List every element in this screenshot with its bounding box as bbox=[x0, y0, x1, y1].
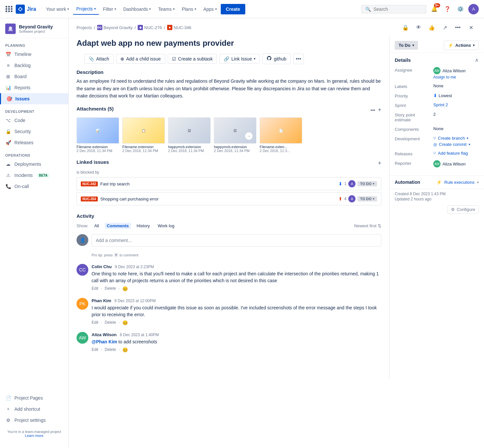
more-options-button[interactable]: ••• bbox=[453, 22, 463, 33]
status-badge[interactable]: TO DO ▾ bbox=[357, 181, 377, 186]
sidebar-item-reports[interactable]: 📊 Reports bbox=[0, 82, 68, 93]
detail-components: Components None bbox=[395, 126, 479, 132]
list-item[interactable]: 🖼 happymcb.extension 2 Dec 2018, 11:34 P… bbox=[168, 117, 211, 153]
nav-projects[interactable]: Projects ▾ bbox=[73, 4, 99, 15]
search-input[interactable] bbox=[373, 7, 419, 12]
close-button[interactable]: ✕ bbox=[466, 22, 476, 33]
parent-issue-icon: ◆ bbox=[138, 25, 143, 30]
sprint-link[interactable]: Sprint 2 bbox=[433, 102, 479, 107]
list-item[interactable]: 📄 Filename.exten... 2 Dec 2018, 11:3... bbox=[260, 117, 302, 153]
help-button[interactable]: ❓ bbox=[442, 4, 453, 14]
attach-button[interactable]: 📎 Attach bbox=[84, 54, 113, 64]
status-button[interactable]: To Do ▾ bbox=[395, 41, 418, 50]
toolbar-more-button[interactable]: ••• bbox=[293, 54, 304, 64]
filter-comments[interactable]: Comments bbox=[105, 223, 131, 229]
breadcrumb-parent[interactable]: ◆ NUC-276 bbox=[138, 25, 162, 30]
nav-plans[interactable]: Plans ▾ bbox=[179, 4, 199, 14]
sidebar-item-project-settings[interactable]: ⚙ Project settings bbox=[0, 415, 68, 426]
sort-icon: ⇅ bbox=[378, 223, 381, 228]
nav-your-work[interactable]: Your work ▾ bbox=[43, 4, 72, 14]
issue-tag[interactable]: NUC-342 bbox=[81, 181, 98, 186]
chevron-down-icon: ▾ bbox=[114, 7, 116, 11]
create-button[interactable]: Create bbox=[221, 4, 246, 14]
breadcrumb: Projects / BG Beyond Gravity / ◆ NUC-276… bbox=[69, 18, 484, 35]
sidebar-item-project-pages[interactable]: 📄 Project Pages bbox=[0, 392, 68, 404]
filter-all[interactable]: All bbox=[92, 223, 101, 229]
github-icon bbox=[267, 56, 272, 62]
security-icon: 🔒 bbox=[5, 129, 11, 134]
lightning-icon: ⚡ bbox=[436, 180, 442, 185]
notification-button[interactable]: 🔔 9+ bbox=[429, 4, 440, 14]
list-item[interactable]: 📊 Filename.extension 2 Dec 2018, 11:34 P… bbox=[77, 117, 119, 153]
add-child-issue-button[interactable]: ⊕ Add a child issue bbox=[116, 54, 165, 64]
sidebar-item-deployments[interactable]: ☁ Deployments bbox=[0, 159, 68, 170]
lock-button[interactable]: 🔒 bbox=[400, 22, 411, 33]
filter-history[interactable]: History bbox=[135, 223, 152, 229]
add-linked-issue-button[interactable]: + bbox=[378, 160, 381, 167]
jira-logo[interactable]: Jira bbox=[16, 5, 36, 14]
sidebar-item-backlog[interactable]: ≡ Backlog bbox=[0, 60, 68, 71]
breadcrumb-projects[interactable]: Projects bbox=[77, 25, 92, 30]
react-button[interactable]: 😊 bbox=[122, 347, 128, 353]
sidebar-item-add-shortcut[interactable]: ＋ Add shortcut bbox=[0, 404, 68, 415]
details-toggle-button[interactable]: ∧ bbox=[475, 57, 479, 63]
description-text: As an employee I'd need to understand th… bbox=[77, 78, 381, 99]
nav-dashboards[interactable]: Dashboards ▾ bbox=[120, 4, 154, 14]
create-branch-link[interactable]: ⑂ Create branch ▾ bbox=[433, 136, 470, 141]
configure-row: ⚙ Configure bbox=[389, 203, 484, 216]
filter-worklog[interactable]: Work log bbox=[156, 223, 176, 229]
list-item[interactable]: 🖼 → happymcb.extension 2 Dec 2018, 11:34… bbox=[214, 117, 256, 153]
configure-button[interactable]: ⚙ Configure bbox=[447, 205, 479, 214]
user-avatar[interactable]: A bbox=[468, 4, 479, 14]
react-button[interactable]: 😊 bbox=[122, 320, 128, 325]
create-subtask-button[interactable]: ☑ Create a subtask bbox=[168, 54, 217, 64]
breadcrumb-project[interactable]: BG Beyond Gravity bbox=[97, 25, 133, 30]
search-box[interactable]: 🔍 bbox=[361, 5, 426, 13]
actions-button[interactable]: ⚡ Actions ▾ bbox=[444, 41, 479, 50]
link-issue-button[interactable]: 🔗 Link Issue ▾ bbox=[219, 54, 260, 64]
sidebar-item-board[interactable]: ⊞ Board bbox=[0, 71, 68, 82]
grid-menu-button[interactable] bbox=[5, 5, 13, 13]
sidebar-item-timeline[interactable]: 📅 Timeline bbox=[0, 49, 68, 60]
delete-comment-button[interactable]: Delete bbox=[105, 320, 116, 325]
issue-tag[interactable]: NUC-354 bbox=[81, 197, 98, 201]
link-icon: 🔗 bbox=[224, 56, 229, 61]
sidebar-item-security[interactable]: 🔒 Security bbox=[0, 126, 68, 137]
learn-more-link[interactable]: Learn more bbox=[25, 434, 43, 438]
sidebar-item-code[interactable]: ⌥ Code bbox=[0, 115, 68, 126]
edit-comment-button[interactable]: Edit bbox=[92, 286, 98, 291]
detail-sprint: Sprint Sprint 2 bbox=[395, 102, 479, 108]
nav-teams[interactable]: Teams ▾ bbox=[155, 4, 178, 14]
attachments-more-button[interactable]: ••• bbox=[371, 108, 375, 113]
assign-me-link[interactable]: Assign to me bbox=[433, 75, 466, 79]
edit-comment-button[interactable]: Edit bbox=[92, 320, 98, 325]
sidebar-item-oncall[interactable]: 📞 On-call bbox=[0, 181, 68, 192]
sort-button[interactable]: Newest first ⇅ bbox=[354, 223, 381, 228]
create-commit-link[interactable]: ◎ Create commit ▾ bbox=[433, 142, 470, 147]
add-attachment-button[interactable]: + bbox=[378, 107, 381, 113]
chevron-down-icon: ▾ bbox=[67, 7, 69, 11]
sidebar-item-incidents[interactable]: ⚠ Incidents BETA bbox=[0, 170, 68, 181]
nav-apps[interactable]: Apps ▾ bbox=[200, 4, 220, 14]
delete-comment-button[interactable]: Delete bbox=[105, 347, 116, 353]
watch-button[interactable]: 👁 bbox=[413, 22, 424, 33]
github-button[interactable]: github bbox=[262, 53, 290, 64]
avatar: A bbox=[348, 180, 355, 187]
sidebar-item-issues[interactable]: 🎯 Issues bbox=[0, 93, 68, 104]
flag-icon: ⑂ bbox=[433, 151, 436, 156]
thumbs-up-button[interactable]: 👍 bbox=[426, 22, 437, 33]
share-button[interactable]: ↗ bbox=[440, 22, 450, 33]
react-button[interactable]: 😊 bbox=[122, 286, 128, 291]
comment-actions: Edit · Delete · 😊 bbox=[92, 320, 381, 325]
status-badge[interactable]: TO DO ▾ bbox=[357, 196, 377, 201]
settings-button[interactable]: ⚙️ bbox=[455, 4, 466, 14]
delete-comment-button[interactable]: Delete bbox=[105, 286, 116, 291]
comment-input[interactable]: Add a comment... bbox=[92, 234, 381, 247]
list-item[interactable]: 📋 Filename.extension 2 Dec 2018, 11:34 P… bbox=[122, 117, 165, 153]
add-feature-flag-link[interactable]: ⑂ Add feature flag bbox=[433, 151, 468, 156]
nav-filter[interactable]: Filter ▾ bbox=[100, 4, 119, 14]
chevron-down-icon: ▾ bbox=[173, 7, 175, 11]
sidebar-item-releases[interactable]: 🚀 Releases bbox=[0, 137, 68, 148]
project-icon: BG bbox=[97, 25, 102, 30]
edit-comment-button[interactable]: Edit bbox=[92, 347, 98, 353]
